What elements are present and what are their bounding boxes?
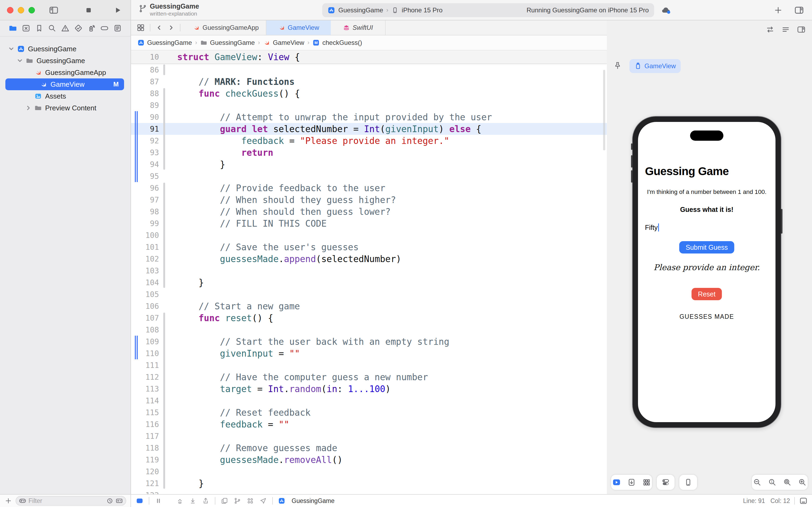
code-line[interactable]: 110 givenInput = "": [131, 347, 607, 359]
add-file-icon[interactable]: [5, 497, 12, 504]
code-editor[interactable]: 10struct GameView: View { 8687 // MARK: …: [131, 51, 607, 494]
editor-scrollbar[interactable]: [603, 70, 605, 150]
sidebar-item-guessinggame[interactable]: GuessingGame: [0, 55, 130, 67]
filter-field[interactable]: Filter: [15, 496, 126, 506]
disclosure-down-icon[interactable]: [16, 57, 23, 64]
display-icon[interactable]: [799, 497, 808, 505]
minimize-window-button[interactable]: [18, 7, 24, 13]
sidebar-item-preview-content[interactable]: Preview Content: [0, 102, 130, 114]
code-line[interactable]: 104 }: [131, 277, 607, 288]
code-line[interactable]: 120: [131, 466, 607, 477]
zoom-out-icon[interactable]: [753, 478, 761, 487]
duplicate-icon[interactable]: [221, 497, 228, 505]
breadcrumb-item[interactable]: GuessingGame: [137, 39, 192, 47]
add-editor-icon[interactable]: [774, 6, 782, 14]
variants-icon[interactable]: [642, 478, 651, 487]
source-control-filter-icon[interactable]: [115, 497, 123, 505]
live-preview-icon[interactable]: [612, 478, 621, 487]
code-line[interactable]: 103: [131, 265, 607, 277]
hide-canvas-icon[interactable]: [797, 25, 806, 34]
code-line[interactable]: 119 guessesMade.removeAll(): [131, 454, 607, 466]
tab-gameview[interactable]: GameView: [267, 20, 331, 35]
navigator-tab-bookmarks[interactable]: [35, 24, 44, 33]
destination-device[interactable]: iPhone 15 Pro: [402, 6, 443, 14]
sync-icon[interactable]: [766, 25, 774, 34]
preview-phone-icon[interactable]: [684, 478, 693, 487]
navigator-tab-project[interactable]: [9, 24, 17, 33]
editor-options-icon[interactable]: [781, 25, 790, 34]
run-button[interactable]: [113, 6, 122, 14]
code-line[interactable]: 115 // Reset feedback: [131, 406, 607, 418]
sidebar-item-assets[interactable]: Assets: [0, 90, 130, 102]
back-icon[interactable]: [155, 24, 163, 32]
code-line[interactable]: 89: [131, 99, 607, 111]
navigator-tab-issues[interactable]: [61, 24, 69, 33]
disclosure-down-icon[interactable]: [7, 45, 15, 53]
col-indicator[interactable]: Col: 12: [770, 497, 790, 505]
export-icon[interactable]: [202, 497, 210, 505]
code-line[interactable]: 88 func checkGuess() {: [131, 88, 607, 99]
navigator-tab-reports[interactable]: [113, 24, 122, 33]
code-line[interactable]: 117: [131, 430, 607, 442]
code-line[interactable]: 92 feedback = "Please provide an integer…: [131, 135, 607, 147]
previous-change-icon[interactable]: [176, 497, 184, 505]
run-destination-bar[interactable]: GuessingGame › iPhone 15 Pro Running Gue…: [322, 3, 654, 17]
pause-icon[interactable]: [155, 497, 162, 505]
submit-guess-button[interactable]: Submit Guess: [679, 241, 734, 253]
code-line[interactable]: 95: [131, 170, 607, 182]
code-line[interactable]: 86: [131, 64, 607, 76]
reset-button[interactable]: Reset: [691, 288, 722, 300]
breadcrumb-item[interactable]: McheckGuess(): [312, 39, 362, 47]
code-line[interactable]: 121 }: [131, 477, 607, 489]
code-line[interactable]: 118 // Remove guesses made: [131, 442, 607, 454]
pull-down-icon[interactable]: [189, 497, 196, 505]
navigator-tab-tests[interactable]: [74, 24, 83, 33]
minimap-icon[interactable]: [246, 497, 254, 505]
target-label[interactable]: GuessingGame: [292, 497, 335, 505]
code-line[interactable]: 101 // Save the user's guesses: [131, 241, 607, 253]
code-line[interactable]: 91 guard let selectedNumber = Int(givenI…: [131, 123, 607, 135]
code-line[interactable]: 116 feedback = "": [131, 418, 607, 430]
sidebar-item-guessinggame[interactable]: GuessingGame: [0, 43, 130, 55]
close-window-button[interactable]: [7, 7, 13, 13]
line-indicator[interactable]: Line: 91: [743, 497, 765, 505]
navigator-tab-debug[interactable]: [87, 24, 96, 33]
navigator-tab-breakpoints[interactable]: [100, 24, 109, 33]
disclosure-right-icon[interactable]: [25, 104, 32, 112]
pin-preview-icon[interactable]: [613, 61, 622, 70]
code-line[interactable]: 122: [131, 489, 607, 494]
navigate-icon[interactable]: [259, 497, 267, 505]
device-settings-icon[interactable]: [661, 478, 670, 487]
code-line[interactable]: 114: [131, 395, 607, 406]
breadcrumb-item[interactable]: GuessingGame: [200, 39, 255, 47]
scheme-info[interactable]: GuessingGame written-explanation: [138, 2, 199, 17]
code-line[interactable]: 106 // Start a new game: [131, 300, 607, 312]
recent-files-icon[interactable]: [106, 497, 113, 504]
sidebar-item-guessinggameapp[interactable]: GuessingGameApp: [0, 67, 130, 78]
destination-project[interactable]: GuessingGame: [338, 6, 383, 14]
code-line[interactable]: 93 return: [131, 147, 607, 158]
code-line[interactable]: 112 // Have the computer guess a new num…: [131, 371, 607, 383]
related-items-icon[interactable]: [136, 23, 145, 32]
zoom-100-icon[interactable]: 1: [768, 478, 776, 487]
code-line[interactable]: 105: [131, 288, 607, 300]
code-line[interactable]: 90 // Attempt to unwrap the input provid…: [131, 111, 607, 123]
filter-options-icon[interactable]: [19, 497, 26, 505]
tab-swiftui[interactable]: SwiftUI: [331, 20, 386, 35]
code-review-icon[interactable]: [234, 497, 241, 505]
code-line[interactable]: 107 func reset() {: [131, 312, 607, 324]
forward-icon[interactable]: [168, 24, 175, 32]
sidebar-item-gameview[interactable]: GameViewM: [5, 78, 124, 90]
navigator-tab-find[interactable]: [48, 24, 56, 33]
code-line[interactable]: 109 // Start the user back with an empty…: [131, 336, 607, 347]
code-line[interactable]: 102 guessesMade.append(selectedNumber): [131, 253, 607, 265]
code-line[interactable]: 100: [131, 229, 607, 241]
code-line[interactable]: 87 // MARK: Functions: [131, 76, 607, 88]
toggle-inspector-icon[interactable]: [794, 5, 804, 15]
zoom-window-button[interactable]: [28, 7, 35, 13]
navigator-tab-changes[interactable]: [22, 24, 31, 33]
preview-target-chip[interactable]: GameView: [629, 59, 681, 73]
code-line[interactable]: 96 // Provide feedback to the user: [131, 182, 607, 194]
guess-input[interactable]: Fifty: [645, 223, 659, 231]
zoom-fit-icon[interactable]: [783, 478, 792, 487]
